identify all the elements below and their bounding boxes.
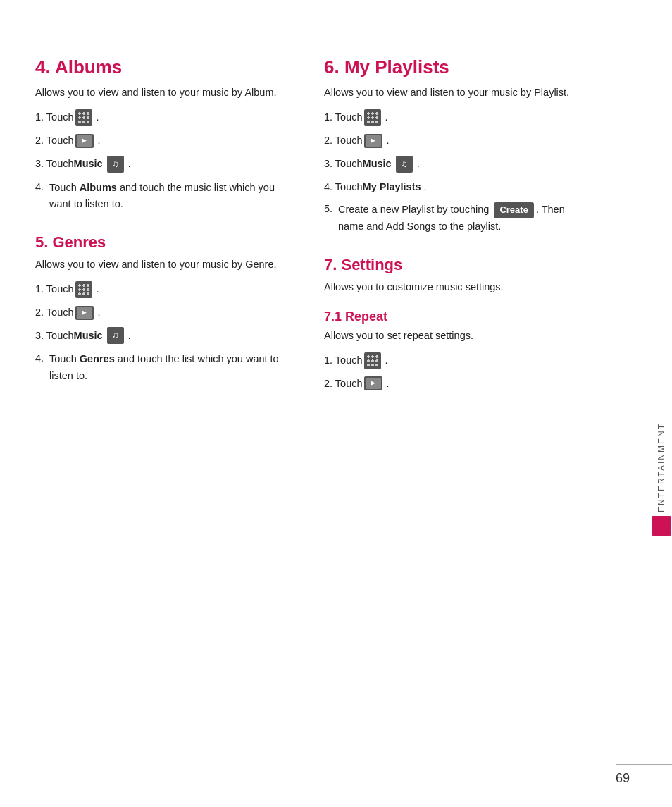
step-content: Music .: [363, 156, 420, 173]
step-content: .: [363, 109, 388, 126]
step-label: 1. Touch: [324, 353, 363, 369]
section4-title: 4. Albums: [35, 56, 289, 78]
grid-icon: [364, 352, 381, 369]
section4-desc: Allows you to view and listen to your mu…: [35, 85, 289, 101]
grid-icon: [364, 109, 381, 126]
step-label: 1. Touch: [35, 282, 74, 297]
step-content: Touch Albums and touch the music list wh…: [49, 180, 289, 212]
right-column: 6. My Playlists Allows you to view and l…: [310, 56, 585, 398]
section6-desc: Allows you to view and listen to your mu…: [324, 85, 585, 101]
section71-step1: 1. Touch .: [324, 352, 585, 369]
section6-step3: 3. Touch Music .: [324, 156, 585, 173]
section5-desc: Allows you to view and listen to your mu…: [35, 257, 289, 273]
step-content: .: [74, 133, 101, 149]
step-label: 2. Touch: [324, 376, 363, 392]
step-label: 3. Touch: [35, 156, 74, 172]
step-label: 2. Touch: [324, 133, 363, 149]
page-divider: [616, 764, 672, 765]
step-content: .: [74, 109, 99, 126]
step-label: 3. Touch: [35, 328, 74, 344]
section6-step2: 2. Touch .: [324, 133, 585, 149]
step-label: 1. Touch: [35, 110, 74, 125]
step-content: My Playlists.: [363, 180, 427, 195]
film-icon: [364, 134, 382, 148]
section71-title: 7.1 Repeat: [324, 309, 585, 324]
section4-step2: 2. Touch .: [35, 133, 289, 149]
grid-icon: [75, 281, 92, 298]
step-label: 3. Touch: [324, 156, 363, 172]
section5-title: 5. Genres: [35, 233, 289, 252]
section4-step1: 1. Touch .: [35, 109, 289, 126]
section71-step2: 2. Touch .: [324, 376, 585, 392]
step-label: 2. Touch: [35, 305, 74, 321]
page-number: 69: [616, 771, 630, 786]
step-label: 5.: [324, 202, 338, 217]
bold-genres: Genres: [80, 353, 115, 364]
step-label: 2. Touch: [35, 133, 74, 149]
step-content: .: [363, 133, 390, 149]
film-icon: [364, 376, 382, 390]
section6-title: 6. My Playlists: [324, 56, 585, 78]
section5-step4: 4. Touch Genres and touch the list which…: [35, 351, 289, 383]
section6-step4: 4. Touch My Playlists.: [324, 180, 585, 195]
grid-icon: [75, 109, 92, 126]
create-button-label: Create: [494, 202, 533, 218]
bold-label: Music: [363, 156, 392, 172]
bold-albums: Albums: [80, 182, 117, 193]
step-content: Music .: [74, 327, 131, 344]
section71-desc: Allows you to set repeat settings.: [324, 328, 585, 344]
step-content: Create a new Playlist by touching Create…: [338, 202, 585, 235]
film-icon: [75, 134, 94, 148]
section7-desc: Allows you to customize music settings.: [324, 280, 585, 295]
music-icon: [107, 327, 124, 344]
step-label: 4.: [35, 180, 49, 195]
step-content: .: [74, 305, 101, 321]
step-label: 4. Touch: [324, 180, 363, 195]
step-label: 4.: [35, 351, 49, 366]
section7-title: 7. Settings: [324, 256, 585, 274]
music-icon: [396, 156, 413, 173]
step-content: Music .: [74, 156, 131, 173]
bold-myplaylists: My Playlists: [363, 180, 421, 195]
section6-step1: 1. Touch .: [324, 109, 585, 126]
section5-step1: 1. Touch .: [35, 281, 289, 298]
section6-step5: 5. Create a new Playlist by touching Cre…: [324, 202, 585, 235]
bold-label: Music: [74, 328, 103, 344]
section5-step3: 3. Touch Music .: [35, 327, 289, 344]
side-tab-label: Entertainment: [657, 423, 666, 512]
bold-label: Music: [74, 156, 103, 172]
step-content: .: [363, 376, 390, 392]
section4-step3: 3. Touch Music .: [35, 156, 289, 173]
music-icon: [107, 156, 124, 173]
step-content: .: [74, 281, 99, 298]
section5-step2: 2. Touch .: [35, 305, 289, 321]
step-content: Touch Genres and touch the list which yo…: [49, 351, 289, 383]
side-tab-bar: [652, 516, 671, 536]
film-icon: [75, 306, 94, 320]
step-content: .: [363, 352, 388, 369]
page-content: 4. Albums Allows you to view and listen …: [0, 0, 672, 426]
section4-step4: 4. Touch Albums and touch the music list…: [35, 180, 289, 212]
left-column: 4. Albums Allows you to view and listen …: [35, 56, 310, 398]
side-tab: Entertainment: [651, 423, 672, 536]
step-label: 1. Touch: [324, 110, 363, 125]
